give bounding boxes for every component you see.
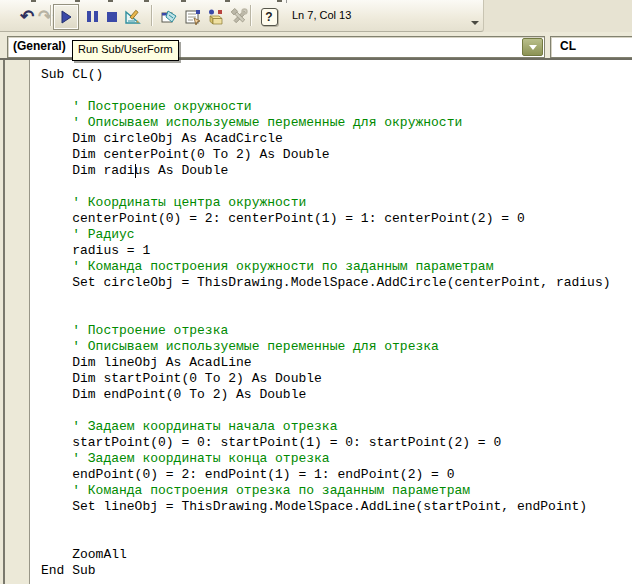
code-line[interactable]: Dim centerPoint(0 To 2) As Double	[41, 147, 632, 163]
chevron-down-icon	[529, 45, 537, 50]
code-line[interactable]: Dim lineObj As AcadLine	[41, 355, 632, 371]
code-line[interactable]: ' Описываем используемые переменные для …	[41, 339, 632, 355]
code-lines: Sub CL() ' Построение окружности ' Описы…	[41, 67, 632, 579]
procedure-dropdown[interactable]: CL	[550, 36, 632, 58]
toolbox-button[interactable]	[226, 4, 252, 30]
code-line[interactable]: endPoint(0) = 2: endPoint(1) = 1: endPoi…	[41, 467, 632, 483]
code-line[interactable]: ' Описываем используемые переменные для …	[41, 115, 632, 131]
code-line[interactable]: startPoint(0) = 0: startPoint(1) = 0: st…	[41, 435, 632, 451]
code-window: Sub CL() ' Построение окружности ' Описы…	[0, 58, 632, 584]
run-icon	[57, 8, 75, 26]
toolbox-icon	[230, 8, 248, 26]
code-line[interactable]: Dim endPoint(0 To 2) As Double	[41, 387, 632, 403]
code-line[interactable]	[41, 531, 632, 547]
code-editor[interactable]: Sub CL() ' Построение окружности ' Описы…	[30, 60, 632, 584]
menu-bar-remnant	[0, 0, 632, 3]
design-mode-button[interactable]	[120, 4, 146, 30]
toolbar-separator	[50, 5, 51, 26]
code-line[interactable]	[41, 83, 632, 99]
code-line[interactable]	[41, 179, 632, 195]
code-line[interactable]: ' Команда построения отрезка по заданным…	[41, 483, 632, 499]
code-line[interactable]	[41, 403, 632, 419]
code-line[interactable]: Sub CL()	[41, 67, 632, 83]
toolbar-options-chevron-icon[interactable]	[471, 21, 479, 25]
procedure-dropdown-value: CL	[560, 39, 576, 53]
toolbar-separator	[250, 5, 251, 26]
code-line[interactable]: ' Координаты центра окружности	[41, 195, 632, 211]
code-line[interactable]: Dim circleObj As AcadCircle	[41, 131, 632, 147]
code-line[interactable]: ' Команда построения окружности по задан…	[41, 259, 632, 275]
code-line[interactable]	[41, 291, 632, 307]
object-dropdown-value: (General)	[13, 39, 66, 53]
code-line[interactable]: ' Задаем координаты начала отрезка	[41, 419, 632, 435]
code-line[interactable]: Dim startPoint(0 To 2) As Double	[41, 371, 632, 387]
code-line[interactable]: ' Задаем координаты конца отрезка	[41, 451, 632, 467]
project-explorer-button[interactable]	[156, 4, 182, 30]
vba-editor-window: { "toolbar": { "buttons": [ {"name": "un…	[0, 0, 632, 584]
help-button[interactable]: ?	[256, 4, 282, 30]
code-line[interactable]	[41, 515, 632, 531]
properties-window-icon	[184, 8, 202, 26]
project-explorer-icon	[160, 8, 178, 26]
code-line[interactable]	[41, 307, 632, 323]
standard-toolbar: ↶ ↷	[0, 0, 484, 32]
dropdown-button[interactable]	[522, 38, 543, 56]
reset-icon	[107, 12, 117, 22]
code-line[interactable]: Dim radius As Double	[41, 163, 632, 179]
code-line[interactable]: radius = 1	[41, 243, 632, 259]
code-line[interactable]: ZoomAll	[41, 547, 632, 563]
text-caret	[135, 164, 136, 178]
toolbar-separator	[151, 5, 152, 26]
code-line[interactable]: Set lineObj = ThisDrawing.ModelSpace.Add…	[41, 499, 632, 515]
code-line[interactable]: Set circleObj = ThisDrawing.ModelSpace.A…	[41, 275, 632, 291]
run-button-tooltip: Run Sub/UserForm	[72, 40, 179, 61]
code-line[interactable]: ' Построение окружности	[41, 99, 632, 115]
run-sub-userform-button[interactable]	[53, 4, 79, 30]
margin-indicator-bar[interactable]	[5, 60, 30, 584]
break-icon	[85, 8, 99, 26]
toolbar-dock	[483, 0, 632, 32]
code-line[interactable]: ' Радиус	[41, 227, 632, 243]
help-icon: ?	[261, 8, 278, 26]
object-browser-icon	[207, 8, 225, 26]
code-line[interactable]: End Sub	[41, 563, 632, 579]
code-line[interactable]: ' Построение отрезка	[41, 323, 632, 339]
caret-position-indicator: Ln 7, Col 13	[292, 9, 351, 21]
code-line[interactable]: centerPoint(0) = 2: centerPoint(1) = 1: …	[41, 211, 632, 227]
design-mode-icon	[124, 8, 142, 26]
